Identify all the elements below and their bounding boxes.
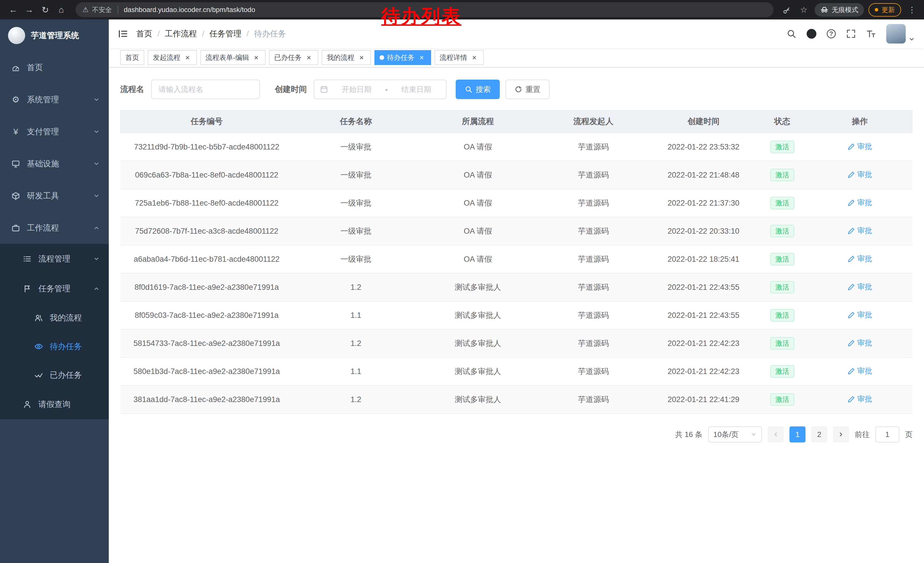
column-process: 所属流程 [419,110,537,133]
sidebar-item-payment[interactable]: ¥ 支付管理 [0,116,109,148]
cell-action: 审批 [807,386,912,413]
next-page-button[interactable] [833,426,849,443]
cell-status: 激活 [758,273,807,301]
approve-label: 审批 [857,170,872,180]
sidebar-item-task-mgmt[interactable]: 任务管理 [0,274,109,303]
approve-link[interactable]: 审批 [848,366,872,376]
close-icon[interactable]: × [304,53,313,62]
tab-done-tasks[interactable]: 已办任务 × [269,50,318,65]
cell-initiator: 芋道源码 [537,133,650,161]
tab-process-form-edit[interactable]: 流程表单-编辑 × [200,50,266,65]
sidebar-item-process-mgmt[interactable]: 流程管理 [0,244,109,274]
tab-label: 首页 [125,53,139,62]
refresh-button[interactable]: ↻ [38,2,52,17]
sidebar-item-infrastructure[interactable]: 基础设施 [0,148,109,180]
cell-task-id: a6aba0a4-7b6d-11ec-b781-acde48001122 [120,245,293,273]
breadcrumb-current: 待办任务 [254,29,286,39]
approve-link[interactable]: 审批 [848,226,872,236]
process-name-input[interactable] [151,80,260,99]
close-icon[interactable]: × [417,53,426,62]
cell-task-name: 1.2 [293,386,419,413]
user-icon [23,400,32,408]
page-size-select[interactable]: 10条/页 [708,426,762,443]
table-row[interactable]: 725a1eb6-7b88-11ec-8ef0-acde48001122 一级审… [120,189,912,217]
github-icon[interactable] [807,29,816,39]
chevron-left-icon [772,431,779,438]
sidebar-item-done-tasks[interactable]: 已办任务 [0,361,109,389]
cell-task-name: 一级审批 [293,189,419,217]
password-key-icon[interactable] [780,5,793,14]
breadcrumb-item-workflow[interactable]: 工作流程 [165,29,197,39]
search-button[interactable]: 搜索 [456,80,500,99]
table-row[interactable]: a6aba0a4-7b6d-11ec-b781-acde48001122 一级审… [120,245,912,273]
task-table: 任务编号 任务名称 所属流程 流程发起人 创建时间 状态 操作 73211d9d… [120,110,912,414]
table-row[interactable]: 8f059c03-7ac8-11ec-a9e2-a2380e71991a 1.1… [120,301,912,329]
column-created: 创建时间 [650,110,758,133]
table-row[interactable]: 069c6a63-7b8a-11ec-8ef0-acde48001122 一级审… [120,161,912,189]
fullscreen-icon[interactable] [846,29,856,39]
approve-link[interactable]: 审批 [848,310,872,320]
home-button[interactable]: ⌂ [54,2,69,17]
cell-initiator: 芋道源码 [537,189,650,217]
help-icon[interactable]: ? [826,29,836,38]
date-range-picker[interactable]: 开始日期 - 结束日期 [314,80,447,99]
prev-page-button[interactable] [768,426,784,443]
goto-page-input[interactable] [875,426,899,443]
sidebar-item-leave-query[interactable]: 请假查询 [0,389,109,419]
close-icon[interactable]: × [357,53,366,62]
sidebar-item-home[interactable]: 首页 [0,51,109,84]
approve-link[interactable]: 审批 [848,254,872,264]
page-button-2[interactable]: 2 [811,426,827,443]
table-row[interactable]: 381aa1dd-7ac8-11ec-a9e2-a2380e71991a 1.2… [120,386,912,413]
column-task-id: 任务编号 [120,110,293,133]
tab-home[interactable]: 首页 [120,50,144,65]
cell-initiator: 芋道源码 [537,329,650,357]
cell-initiator: 芋道源码 [537,386,650,413]
breadcrumb-item-task-mgmt[interactable]: 任务管理 [210,29,242,39]
forward-button[interactable]: → [22,2,37,17]
approve-link[interactable]: 审批 [848,338,872,348]
font-size-icon[interactable] [866,29,876,39]
reset-button[interactable]: 重置 [506,80,550,99]
cell-task-name: 一级审批 [293,245,419,273]
sidebar-item-workflow[interactable]: 工作流程 [0,212,109,244]
tab-my-process[interactable]: 我的流程 × [322,50,371,65]
table-row[interactable]: 580e1b3d-7ac8-11ec-a9e2-a2380e71991a 1.1… [120,357,912,386]
search-icon[interactable] [787,29,796,39]
table-row[interactable]: 73211d9d-7b9b-11ec-b5b7-acde48001122 一级审… [120,133,912,161]
approve-link[interactable]: 审批 [848,198,872,208]
sidebar-item-todo-tasks[interactable]: 待办任务 [0,332,109,361]
main-area: 首页 / 工作流程 / 任务管理 / 待办任务 ? [109,20,924,563]
close-icon[interactable]: × [183,53,192,62]
approve-link[interactable]: 审批 [848,170,872,180]
tab-label: 流程表单-编辑 [206,53,249,62]
tab-process-detail[interactable]: 流程详情 × [435,50,484,65]
approve-link[interactable]: 审批 [848,282,872,292]
tab-todo-tasks[interactable]: 待办任务 × [374,50,431,65]
sidebar-item-devtools[interactable]: 研发工具 [0,180,109,212]
cell-initiator: 芋道源码 [537,161,650,189]
bookmark-star-icon[interactable]: ☆ [798,5,810,15]
close-icon[interactable]: × [252,53,261,62]
table-row[interactable]: 58154733-7ac8-11ec-a9e2-a2380e71991a 1.2… [120,329,912,357]
back-button[interactable]: ← [6,2,21,17]
table-row[interactable]: 8f0d1619-7ac8-11ec-a9e2-a2380e71991a 1.2… [120,273,912,301]
sidebar-item-system[interactable]: ⚙ 系统管理 [0,84,109,116]
url-text: dashboard.yudao.iocoder.cn/bpm/task/todo [124,6,255,14]
page-button-1[interactable]: 1 [789,426,806,443]
update-button[interactable]: 更新 [868,3,901,17]
sidebar-toggle[interactable] [118,29,128,39]
chevron-down-icon [750,431,757,438]
column-status: 状态 [758,110,807,133]
sidebar-item-my-process[interactable]: 我的流程 [0,303,109,332]
process-list-icon [23,255,32,263]
approve-link[interactable]: 审批 [848,141,872,152]
approve-link[interactable]: 审批 [848,394,872,404]
browser-window: ← → ↻ ⌂ ⚠ 不安全 dashboard.yudao.iocoder.cn… [0,0,924,563]
table-row[interactable]: 75d72608-7b7f-11ec-a3c8-acde48001122 一级审… [120,217,912,245]
breadcrumb-item-home[interactable]: 首页 [136,29,152,39]
user-avatar[interactable] [886,24,915,44]
browser-menu-icon[interactable]: ⋮ [906,5,918,15]
close-icon[interactable]: × [470,53,478,62]
tab-start-process[interactable]: 发起流程 × [148,50,197,65]
